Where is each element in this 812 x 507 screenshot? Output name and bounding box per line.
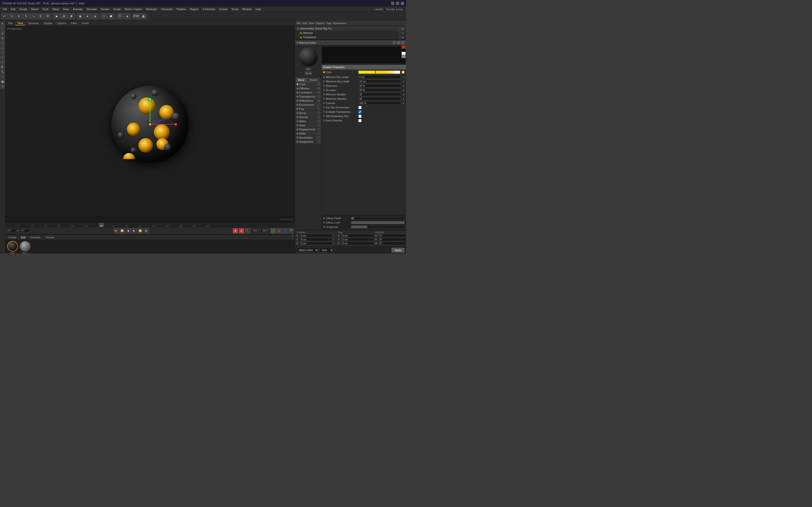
- scene-tab-view[interactable]: View: [308, 22, 314, 24]
- left-icon-1[interactable]: ⊕: [0, 21, 5, 26]
- scene-item-turbulence[interactable]: ◉ Turbulence ✓: [295, 35, 406, 39]
- menu-motion-tracker[interactable]: Motion Tracker: [123, 7, 144, 11]
- mat-prop-fog-check[interactable]: [317, 108, 320, 110]
- tool-undo[interactable]: ↩: [1, 13, 8, 19]
- shader-maxray-input[interactable]: [358, 80, 401, 83]
- maxsamp-arrow[interactable]: ▲: [402, 98, 405, 100]
- apply-button[interactable]: Apply: [392, 248, 405, 252]
- shader-selfshadow-check[interactable]: [358, 115, 361, 118]
- shader-maxsamp-input[interactable]: [358, 97, 401, 101]
- tool-render-region[interactable]: ⊞: [61, 13, 67, 19]
- viewport[interactable]: Perspective: [5, 26, 295, 223]
- shader-color-bar[interactable]: [358, 70, 400, 74]
- mat-prop-glow-check[interactable]: [317, 124, 320, 126]
- layout-value[interactable]: Tutorials (User): [384, 7, 405, 11]
- viewport-tab-view[interactable]: View: [15, 21, 25, 25]
- mat-prop-luminance[interactable]: Luminance ✓: [295, 91, 321, 95]
- pos-z-input[interactable]: [300, 242, 333, 245]
- shader-minray-input[interactable]: [358, 75, 401, 79]
- gizmo-center[interactable]: [149, 123, 152, 126]
- viewport-tab-panel[interactable]: Panel: [80, 21, 90, 25]
- menu-plugins[interactable]: Plugins: [188, 7, 200, 11]
- mat-prop-illumination[interactable]: Illumination: [295, 136, 321, 140]
- pos-x-input[interactable]: [300, 234, 333, 237]
- mat-prop-reflectance[interactable]: Reflectance ✓: [295, 99, 321, 103]
- rot-h-input[interactable]: [379, 234, 406, 237]
- btn-play-back[interactable]: ◀: [125, 228, 131, 233]
- menu-help[interactable]: Help: [254, 7, 263, 11]
- frame-display[interactable]: 0 F: [6, 229, 16, 232]
- rot-p-input[interactable]: [379, 238, 406, 241]
- menu-animate[interactable]: Animate: [71, 7, 84, 11]
- diffuse-falloff-bar[interactable]: [351, 217, 405, 220]
- tool-tag[interactable]: ⬗: [91, 13, 98, 19]
- tool-object[interactable]: ◉: [77, 13, 84, 19]
- pos-y-input[interactable]: [300, 238, 333, 241]
- mat-prop-alpha[interactable]: Alpha: [295, 119, 321, 123]
- rot-b-input[interactable]: [379, 242, 406, 245]
- mat-prop-diffusion-check[interactable]: ✓: [317, 87, 320, 90]
- mat-prop-fog[interactable]: Fog: [295, 107, 321, 111]
- menu-character[interactable]: Character: [159, 7, 174, 11]
- menu-sculpt[interactable]: Sculpt: [112, 7, 122, 11]
- minimize-button[interactable]: −: [391, 2, 394, 5]
- mat-prop-normal[interactable]: Normal: [295, 115, 321, 119]
- mat-prop-luminance-check[interactable]: ✓: [317, 91, 320, 94]
- tool-scale[interactable]: ⤡: [30, 13, 37, 19]
- menu-pipeline[interactable]: Pipeline: [175, 7, 188, 11]
- tool-move[interactable]: ✛: [15, 13, 22, 19]
- scene-tab-objects[interactable]: Objects: [315, 22, 324, 24]
- mat-prop-color-check[interactable]: ✓: [317, 83, 320, 86]
- size-z-input[interactable]: [342, 242, 374, 245]
- shader-evaltr-check[interactable]: [358, 110, 361, 113]
- left-icon-5[interactable]: ⬡: [0, 41, 5, 45]
- minsamp-arrow[interactable]: ▲: [402, 93, 405, 96]
- menu-mograph[interactable]: MoGraph: [144, 7, 159, 11]
- mat-tab-function[interactable]: Function: [29, 235, 43, 239]
- maxray-arrow[interactable]: ▲: [402, 80, 405, 82]
- viewport-tab-filter[interactable]: Filter: [69, 21, 79, 25]
- viewport-tab-cameras[interactable]: Cameras: [26, 21, 41, 25]
- menu-mesh[interactable]: Mesh: [51, 7, 61, 11]
- shader-acc-input[interactable]: [358, 89, 401, 92]
- swatch-black[interactable]: [402, 49, 406, 52]
- tool-render[interactable]: ▶: [53, 13, 60, 19]
- left-icon-11[interactable]: 🔧: [0, 70, 5, 74]
- mat-prop-normal-check[interactable]: [317, 116, 320, 118]
- left-icon-8[interactable]: ✏: [0, 55, 5, 60]
- menu-script[interactable]: Script: [230, 7, 240, 11]
- left-icon-4[interactable]: ◈: [0, 36, 5, 40]
- swatch-white[interactable]: [402, 52, 406, 55]
- scene-item-rig[interactable]: ⚙ Nikomedias Scene Rig Pro ✓: [295, 26, 406, 31]
- mat-prop-displacement[interactable]: Displacement: [295, 127, 321, 131]
- mat-preview-dark[interactable]: [7, 241, 18, 251]
- mat-prop-disp-check[interactable]: [317, 128, 320, 131]
- btn-go-start[interactable]: ⏮: [113, 228, 119, 233]
- gizmo-x-handle[interactable]: [174, 123, 177, 126]
- frame-total-display[interactable]: 300 F: [261, 229, 270, 232]
- mat-prop-reflectance-check[interactable]: ✓: [317, 100, 320, 102]
- acc-arrow[interactable]: ▲: [402, 89, 405, 91]
- btn-next-frame[interactable]: ⏩: [138, 228, 143, 233]
- mat-prop-glow[interactable]: Glow: [295, 123, 321, 127]
- turb-vis-1[interactable]: [399, 36, 401, 38]
- menu-simulate[interactable]: Simulate: [85, 7, 99, 11]
- tool-xref[interactable]: Ⓧ: [116, 13, 123, 19]
- mat-next-btn[interactable]: ▶: [309, 71, 312, 75]
- mat-editor-minimize[interactable]: −: [393, 41, 396, 44]
- menu-xparticles[interactable]: X-Particles: [201, 7, 217, 11]
- mat-prop-editor-check[interactable]: [317, 132, 320, 135]
- tool-rotate[interactable]: ↻: [23, 13, 30, 19]
- roughness-bar[interactable]: [351, 225, 405, 228]
- tool-cloner[interactable]: ◈: [124, 13, 131, 19]
- viewport-tab-options[interactable]: Options: [55, 21, 68, 25]
- size-select[interactable]: Size Scale: [320, 248, 334, 252]
- shader-color-swatch[interactable]: [402, 71, 405, 74]
- minray-arrow[interactable]: ▲: [402, 76, 405, 78]
- mat-prop-environment[interactable]: Environment: [295, 103, 321, 107]
- disp-arrow[interactable]: ▲: [402, 84, 405, 87]
- shader-disp-input[interactable]: [358, 84, 401, 88]
- attr-vis-2[interactable]: ✓: [402, 32, 404, 34]
- viewport-tab-file[interactable]: File: [6, 21, 14, 25]
- shader-contrast-input[interactable]: [358, 101, 401, 105]
